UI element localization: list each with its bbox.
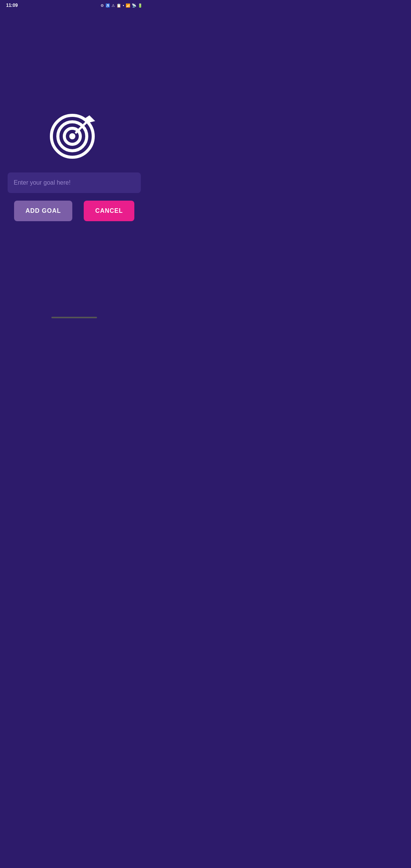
status-time: 11:09	[6, 3, 18, 8]
status-bar: 11:09 ⚙ ♿ ⚠ 📋 • 📶 📡 🔋	[0, 0, 148, 11]
dot-icon: •	[123, 3, 124, 8]
goal-input[interactable]	[8, 172, 141, 193]
status-icons: ⚙ ♿ ⚠ 📋 • 📶 📡 🔋	[100, 3, 142, 8]
bottom-navigation-bar	[51, 317, 97, 318]
wifi-icon: 📶	[126, 3, 130, 8]
buttons-row: ADD GOAL CANCEL	[8, 201, 141, 221]
accessibility-icon: ♿	[105, 3, 110, 8]
battery-icon: 🔋	[138, 3, 142, 8]
add-goal-button[interactable]: ADD GOAL	[14, 201, 72, 221]
cancel-button[interactable]: CANCEL	[84, 201, 134, 221]
main-content: ADD GOAL CANCEL	[0, 108, 148, 221]
target-goal-icon	[48, 108, 101, 161]
warning-icon: ⚠	[112, 3, 115, 8]
clipboard-icon: 📋	[116, 3, 121, 8]
settings-icon: ⚙	[100, 3, 104, 8]
svg-point-3	[69, 133, 75, 139]
signal-icon: 📡	[132, 3, 136, 8]
